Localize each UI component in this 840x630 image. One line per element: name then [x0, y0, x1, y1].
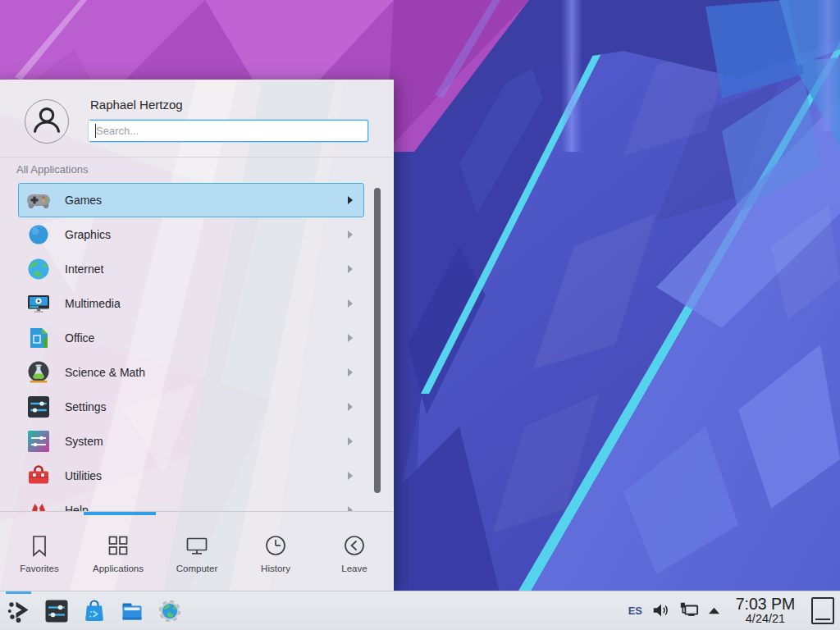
chevron-right-icon: [348, 334, 353, 342]
category-label: System: [65, 435, 103, 448]
category-help[interactable]: Help: [18, 493, 364, 511]
bookmark-icon: [27, 533, 52, 558]
tab-label: Leave: [341, 564, 367, 573]
network-tray-button[interactable]: [678, 600, 700, 620]
dolphin-folder-icon: [119, 598, 145, 624]
tab-history[interactable]: History: [236, 515, 315, 591]
application-launcher-button[interactable]: [0, 591, 38, 630]
tray-expander-button[interactable]: [707, 605, 721, 616]
graphics-sphere-icon: [25, 221, 52, 248]
launcher-tab-bar: Favorites Applications Computer: [0, 515, 394, 591]
tab-applications[interactable]: Applications: [79, 515, 158, 591]
discover-launcher[interactable]: [75, 591, 113, 630]
chevron-right-icon: [348, 299, 353, 308]
search-input[interactable]: [89, 120, 368, 142]
section-label: All Applications: [16, 163, 88, 176]
gamepad-icon: [25, 187, 52, 213]
category-games[interactable]: Games: [18, 183, 364, 217]
chevron-right-icon: [348, 196, 353, 204]
footer-divider: [0, 511, 393, 512]
category-label: Science & Math: [65, 366, 145, 379]
leave-icon: [342, 533, 367, 558]
system-settings-launcher[interactable]: [38, 591, 75, 630]
computer-icon: [185, 533, 209, 558]
file-manager-launcher[interactable]: [113, 591, 151, 630]
globe-icon: [25, 256, 52, 282]
category-multimedia[interactable]: Multimedia: [18, 286, 364, 321]
web-browser-launcher[interactable]: [151, 591, 189, 630]
application-launcher-menu: Raphael Hertzog All Applications: [0, 80, 394, 591]
system-tray: ES: [627, 596, 840, 626]
science-flask-icon: [25, 359, 52, 386]
tab-computer[interactable]: Computer: [158, 515, 236, 591]
tray-expand-arrow-icon: [707, 605, 721, 616]
clock-time: 7:03 PM: [736, 596, 796, 613]
category-utilities[interactable]: Utilities: [18, 459, 364, 493]
category-office[interactable]: Office: [18, 321, 364, 355]
chevron-right-icon: [348, 437, 353, 445]
user-avatar[interactable]: [25, 99, 69, 144]
category-label: Graphics: [65, 228, 111, 241]
system-settings-icon: [43, 598, 70, 624]
chevron-right-icon: [348, 265, 353, 273]
desktop: Raphael Hertzog All Applications: [0, 0, 840, 630]
category-label: Utilities: [65, 469, 102, 482]
category-settings[interactable]: Settings: [18, 390, 364, 424]
discover-store-icon: [81, 598, 107, 624]
user-avatar-icon: [25, 99, 68, 144]
text-cursor: [95, 124, 96, 138]
tab-favorites[interactable]: Favorites: [0, 515, 79, 591]
utilities-toolbox-icon: [25, 463, 52, 489]
category-label: Help: [65, 504, 89, 511]
tab-label: Favorites: [20, 564, 58, 573]
user-name: Raphael Hertzog: [90, 98, 183, 112]
category-internet[interactable]: Internet: [18, 252, 364, 286]
digital-clock[interactable]: 7:03 PM 4/24/21: [733, 596, 797, 626]
category-label: Internet: [65, 262, 103, 276]
volume-icon: [651, 600, 671, 620]
tab-label: History: [261, 564, 290, 573]
settings-sliders-icon: [25, 394, 52, 420]
help-icon: [25, 497, 52, 511]
list-scrollbar[interactable]: [374, 188, 381, 493]
chevron-right-icon: [348, 231, 353, 239]
chevron-right-icon: [348, 472, 353, 480]
multimedia-monitor-icon: [25, 290, 52, 317]
category-graphics[interactable]: Graphics: [18, 217, 364, 252]
category-science-math[interactable]: Science & Math: [18, 355, 364, 390]
category-list: Games Graphics: [0, 183, 371, 511]
chevron-right-icon: [348, 368, 353, 377]
tab-leave[interactable]: Leave: [315, 515, 394, 591]
show-desktop-button[interactable]: [811, 597, 834, 624]
kde-launcher-icon: [6, 598, 32, 624]
category-label: Games: [65, 194, 102, 207]
chevron-right-icon: [348, 403, 353, 411]
header-divider: [0, 157, 393, 158]
category-label: Settings: [65, 400, 107, 413]
category-system[interactable]: System: [18, 424, 364, 459]
category-label: Office: [65, 331, 94, 345]
konqueror-browser-icon: [157, 598, 183, 624]
taskbar-panel: ES: [0, 591, 840, 630]
history-clock-icon: [263, 533, 288, 558]
launcher-active-indicator: [6, 591, 31, 594]
tab-label: Applications: [93, 564, 144, 573]
category-label: Multimedia: [65, 297, 121, 310]
app-grid-icon: [106, 533, 130, 558]
volume-tray-button[interactable]: [651, 600, 671, 620]
clock-date: 4/24/21: [746, 613, 785, 626]
tab-label: Computer: [176, 564, 218, 573]
office-document-icon: [25, 325, 52, 351]
keyboard-layout-indicator[interactable]: ES: [627, 605, 644, 617]
wired-network-icon: [678, 600, 700, 620]
system-sliders-icon: [25, 428, 52, 454]
